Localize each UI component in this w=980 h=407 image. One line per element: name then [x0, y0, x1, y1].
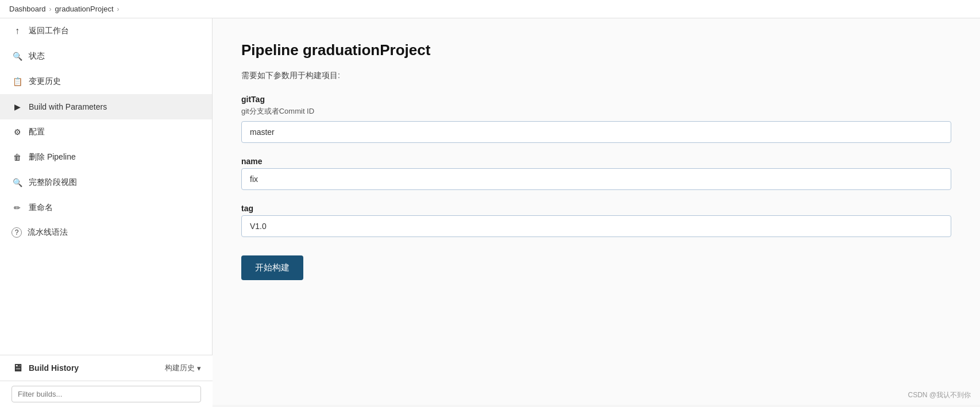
- sidebar-item-syntax[interactable]: ? 流水线语法: [0, 220, 212, 245]
- build-history-right: 构建历史 ▾: [165, 363, 201, 373]
- build-history-section: 🖥 Build History 构建历史 ▾: [0, 355, 213, 405]
- param-label-tag: tag: [241, 204, 951, 213]
- play-icon: ▶: [11, 101, 23, 113]
- history-icon: 📋: [11, 76, 23, 87]
- breadcrumb-project[interactable]: graduationProject: [55, 5, 114, 13]
- param-label-gitTag: gitTag: [241, 95, 951, 104]
- param-input-tag[interactable]: [241, 215, 951, 237]
- sidebar-item-config[interactable]: ⚙ 配置: [0, 119, 212, 145]
- build-history-label: 构建历史: [165, 363, 195, 373]
- trash-icon: 🗑: [11, 152, 23, 163]
- build-history-header[interactable]: 🖥 Build History 构建历史 ▾: [0, 355, 213, 381]
- sidebar: ↑ 返回工作台 🔍 状态 📋 变更历史 ▶ Build with Paramet…: [0, 18, 213, 405]
- footer-watermark: CSDN @我认不到你: [908, 390, 971, 400]
- param-group-gitTag: gitTag git分支或者Commit ID: [241, 95, 951, 143]
- sidebar-label-back: 返回工作台: [29, 26, 69, 36]
- param-group-tag: tag: [241, 204, 951, 237]
- pencil-icon: ✏: [11, 202, 23, 214]
- breadcrumb: Dashboard › graduationProject ›: [0, 0, 980, 18]
- page-title: Pipeline graduationProject: [241, 41, 951, 59]
- breadcrumb-chevron-1: ›: [49, 5, 52, 13]
- sidebar-label-syntax: 流水线语法: [28, 227, 68, 238]
- param-group-name: name: [241, 157, 951, 190]
- back-icon: ↑: [11, 25, 23, 37]
- breadcrumb-chevron-2: ›: [117, 5, 119, 13]
- chevron-down-icon: ▾: [197, 364, 201, 373]
- sidebar-label-status: 状态: [29, 51, 45, 61]
- sidebar-item-stages[interactable]: 🔍 完整阶段视图: [0, 170, 212, 195]
- sidebar-item-back[interactable]: ↑ 返回工作台: [0, 18, 212, 44]
- gear-icon: ⚙: [11, 126, 23, 138]
- param-label-name: name: [241, 157, 951, 166]
- sidebar-label-delete: 删除 Pipeline: [29, 152, 76, 162]
- sidebar-label-config: 配置: [29, 127, 45, 137]
- search-icon-status: 🔍: [11, 51, 23, 62]
- build-history-title: Build History: [29, 363, 79, 373]
- syntax-icon: ?: [11, 227, 22, 238]
- param-input-name[interactable]: [241, 168, 951, 190]
- filter-builds-input[interactable]: [11, 386, 201, 402]
- sidebar-item-rename[interactable]: ✏ 重命名: [0, 195, 212, 220]
- sidebar-label-history: 变更历史: [29, 76, 61, 87]
- param-input-gitTag[interactable]: [241, 121, 951, 143]
- main-content: Pipeline graduationProject 需要如下参数用于构建项目:…: [213, 18, 980, 405]
- sidebar-item-delete[interactable]: 🗑 删除 Pipeline: [0, 145, 212, 170]
- build-history-icon: 🖥: [11, 362, 23, 374]
- subtitle: 需要如下参数用于构建项目:: [241, 71, 951, 81]
- sidebar-label-stages: 完整阶段视图: [29, 177, 77, 188]
- sidebar-item-history[interactable]: 📋 变更历史: [0, 69, 212, 94]
- param-sublabel-gitTag: git分支或者Commit ID: [241, 106, 951, 117]
- build-button[interactable]: 开始构建: [241, 255, 303, 280]
- sidebar-item-build[interactable]: ▶ Build with Parameters: [0, 94, 212, 119]
- build-history-left: 🖥 Build History: [11, 362, 79, 374]
- breadcrumb-dashboard[interactable]: Dashboard: [9, 5, 46, 13]
- filter-builds-container: [0, 381, 213, 405]
- search-icon-stages: 🔍: [11, 177, 23, 188]
- sidebar-label-build: Build with Parameters: [29, 102, 107, 111]
- sidebar-label-rename: 重命名: [29, 203, 53, 213]
- sidebar-item-status[interactable]: 🔍 状态: [0, 44, 212, 69]
